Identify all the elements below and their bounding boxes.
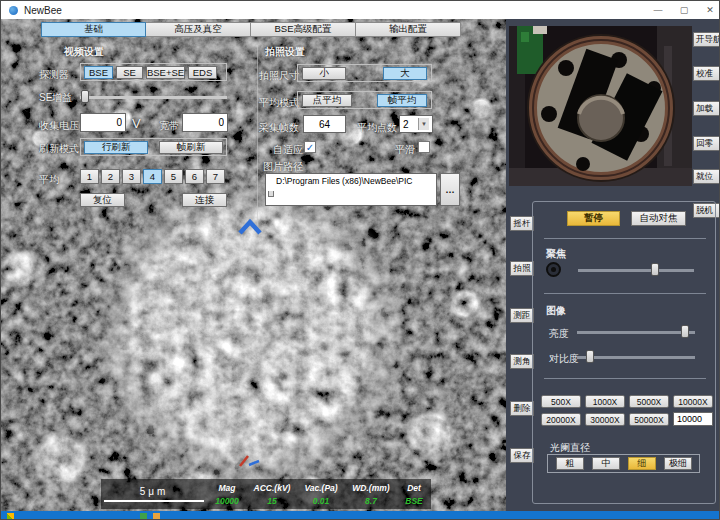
focus-slider[interactable] (578, 263, 694, 277)
mag-50000x-button[interactable]: 50000X (629, 413, 669, 426)
tab-basic[interactable]: 基础 (41, 22, 146, 37)
taskbar-app-icon[interactable] (153, 513, 160, 520)
taskbar[interactable] (1, 511, 720, 520)
browse-button[interactable]: … (440, 173, 460, 206)
average-6-button[interactable]: 6 (185, 169, 204, 184)
maximize-icon[interactable]: ▢ (677, 5, 691, 15)
in-position-button[interactable]: 就位 (693, 169, 720, 184)
detector-se-button[interactable]: SE (116, 66, 143, 79)
average-2-button[interactable]: 2 (101, 169, 120, 184)
path-input[interactable]: D:\Program Files (x86)\NewBee\PIC (265, 173, 437, 206)
tab-hv-vacuum[interactable]: 高压及真空 (146, 22, 251, 37)
collect-voltage-input[interactable] (80, 113, 126, 132)
divider (544, 293, 706, 294)
mag-20000x-button[interactable]: 20000X (541, 413, 581, 426)
se-gain-label: SE增益 (39, 91, 72, 105)
brightness-thumb[interactable] (681, 325, 689, 338)
aperture-medium-button[interactable]: 中 (592, 457, 620, 470)
reset-button[interactable]: 复位 (80, 193, 125, 207)
average-7-button[interactable]: 7 (206, 169, 225, 184)
size-large-button[interactable]: 大 (383, 67, 427, 80)
open-navigation-button[interactable]: 开导航 (693, 32, 720, 47)
mag-500x-button[interactable]: 500X (541, 395, 581, 408)
connect-button[interactable]: 连接 (182, 193, 227, 207)
measure-angle-button[interactable]: 测角 (510, 354, 534, 369)
avg-frame-button[interactable]: 帧平均 (377, 94, 427, 107)
close-icon[interactable]: ✕ (703, 5, 717, 15)
mag-10000x-button[interactable]: 10000X (673, 395, 713, 408)
status-acc-value: 15 (267, 496, 276, 506)
status-bar: 5μm Mag 10000 ACC.(kV) 15 Vac.(Pa) 0.01 … (101, 479, 431, 509)
collect-voltage-label: 收集电压 (39, 119, 79, 133)
home-button[interactable]: 回零 (693, 136, 720, 151)
status-mag-value: 10000 (215, 496, 239, 506)
detector-group: BSE SE BSE+SE EDS (80, 63, 227, 81)
smooth-checkbox[interactable] (418, 141, 430, 153)
delete-button[interactable]: 删除 (510, 401, 534, 416)
status-acc: ACC.(kV) 15 (247, 479, 297, 509)
frames-input[interactable] (303, 115, 346, 133)
avg-points-dropdown[interactable]: 2 ▼ (399, 115, 433, 133)
average-5-button[interactable]: 5 (164, 169, 183, 184)
aperture-extrafine-button[interactable]: 极细 (664, 457, 692, 470)
average-1-button[interactable]: 1 (80, 169, 99, 184)
calibrate-button[interactable]: 校准 (693, 66, 720, 81)
aperture-label: 光阑直径 (550, 441, 590, 455)
avg-point-button[interactable]: 点平均 (302, 94, 352, 107)
sem-viewport[interactable]: 基础 高压及真空 BSE高级配置 输出配置 视频设置 探测器 BSE SE BS… (1, 19, 507, 511)
status-det-value: BSE (405, 496, 422, 506)
pause-button[interactable]: 暂停 (567, 211, 620, 226)
path-label: 图片路径 (263, 160, 303, 174)
contrast-label: 对比度 (549, 352, 579, 366)
focus-thumb[interactable] (651, 263, 659, 276)
aperture-fine-button[interactable]: 细 (628, 457, 656, 470)
minimize-icon[interactable]: — (651, 5, 665, 15)
bandwidth-input[interactable] (182, 113, 228, 132)
contrast-track (577, 356, 695, 359)
tab-bse-advanced[interactable]: BSE高级配置 (251, 22, 356, 37)
refresh-line-button[interactable]: 行刷新 (84, 141, 148, 154)
load-button[interactable]: 加载 (693, 101, 720, 116)
mag-5000x-button[interactable]: 5000X (629, 395, 669, 408)
taskbar-app-icon[interactable] (140, 513, 147, 520)
pointer-marker-icon (237, 218, 263, 236)
panel-divider (257, 45, 258, 225)
titlebar: NewBee — ▢ ✕ (1, 1, 720, 19)
aperture-coarse-button[interactable]: 粗 (556, 457, 584, 470)
photo-size-label: 拍照尺寸 (259, 69, 299, 83)
scale-bar: 5μm (101, 479, 207, 509)
detector-bse-se-button[interactable]: BSE+SE (146, 66, 185, 79)
chevron-down-icon[interactable]: ▼ (418, 118, 429, 130)
focus-label: 聚焦 (546, 247, 566, 261)
size-small-button[interactable]: 小 (302, 67, 346, 80)
average-3-button[interactable]: 3 (122, 169, 141, 184)
detector-eds-button[interactable]: EDS (188, 66, 217, 79)
measure-distance-button[interactable]: 测距 (510, 308, 534, 323)
adaptive-checkbox[interactable]: ✓ (304, 141, 316, 153)
contrast-thumb[interactable] (586, 350, 594, 363)
status-vac-value: 0.01 (313, 496, 330, 506)
take-photo-button[interactable]: 拍照 (510, 261, 534, 276)
divider (544, 378, 706, 379)
average-4-button[interactable]: 4 (143, 169, 162, 184)
tab-output-config[interactable]: 输出配置 (356, 22, 461, 37)
joystick-button[interactable]: 摇杆 (510, 216, 534, 231)
save-button[interactable]: 保存 (510, 448, 534, 463)
status-mag: Mag 10000 (207, 479, 247, 509)
status-vac: Vac.(Pa) 0.01 (297, 479, 345, 509)
mag-custom-input[interactable] (673, 412, 713, 426)
start-button[interactable] (7, 513, 14, 520)
contrast-slider[interactable] (577, 350, 695, 364)
mag-30000x-button[interactable]: 30000X (585, 413, 625, 426)
refresh-frame-button[interactable]: 帧刷新 (159, 141, 223, 154)
photo-size-group: 小 大 (297, 64, 432, 82)
mag-1000x-button[interactable]: 1000X (585, 395, 625, 408)
photo-settings-title: 拍照设置 (265, 45, 305, 59)
detector-bse-button[interactable]: BSE (84, 66, 113, 79)
divider (544, 238, 706, 239)
window-title: NewBee (24, 5, 62, 16)
se-gain-slider[interactable] (80, 90, 227, 104)
se-gain-thumb[interactable] (81, 90, 89, 103)
brightness-slider[interactable] (577, 325, 695, 339)
autofocus-button[interactable]: 自动对焦 (631, 211, 686, 226)
